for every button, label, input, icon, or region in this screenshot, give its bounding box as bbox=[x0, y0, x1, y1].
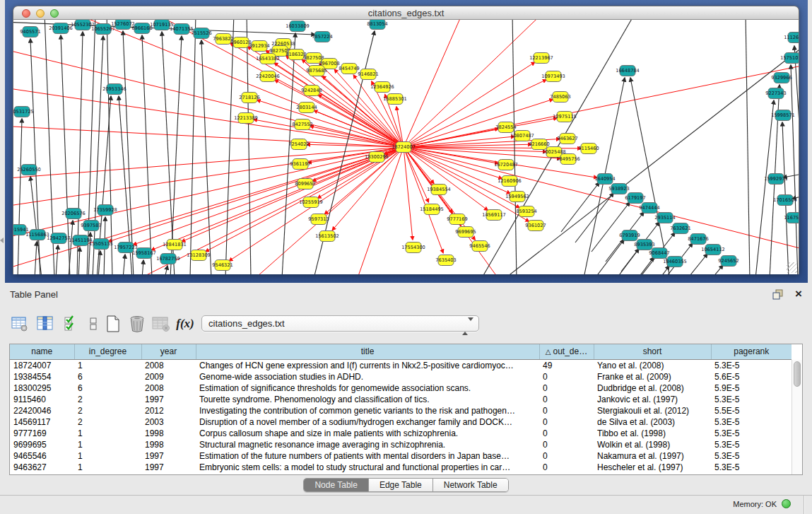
table-row[interactable]: 977716911998Corpus callosum shape and si… bbox=[10, 428, 792, 439]
cell-short[interactable]: Yano et al. (2008) bbox=[594, 359, 711, 371]
network-node[interactable]: 17554300 bbox=[401, 243, 425, 253]
cell-pagerank[interactable]: 5.3E-5 bbox=[711, 462, 792, 473]
cell-title[interactable]: Disruption of a novel member of a sodium… bbox=[196, 416, 539, 428]
network-node[interactable]: 9245652 bbox=[718, 256, 739, 267]
network-node[interactable]: 2718126 bbox=[239, 93, 259, 103]
cell-year[interactable]: 2009 bbox=[141, 371, 196, 382]
network-node[interactable]: 8935393 bbox=[634, 240, 654, 250]
cell-short[interactable]: Tibbo et al. (1998) bbox=[594, 428, 711, 439]
cell-short[interactable]: Stergiakouli et al. (2012) bbox=[594, 405, 711, 416]
network-node[interactable]: 8813054 bbox=[367, 20, 387, 30]
network-node[interactable]: 1640954 bbox=[594, 174, 615, 185]
cell-pagerank[interactable]: 5.6E-5 bbox=[711, 371, 792, 382]
table-row[interactable]: 1456911722003Disruption of a novel membe… bbox=[10, 416, 792, 428]
network-node[interactable]: 7632621 bbox=[670, 223, 690, 234]
column-header-title[interactable]: title bbox=[196, 344, 539, 359]
cell-in_degree[interactable]: 2 bbox=[74, 394, 141, 405]
network-node[interactable]: 7515526 bbox=[191, 28, 211, 39]
network-node[interactable]: 8427552 bbox=[292, 119, 312, 130]
network-node[interactable]: 7857224 bbox=[312, 32, 332, 42]
network-node[interactable]: 9115460 bbox=[578, 144, 599, 154]
column-header-out_degree[interactable]: △out_de… bbox=[539, 344, 594, 359]
table-row[interactable]: 946362711997Embryonic stem cells: a mode… bbox=[10, 462, 792, 473]
cell-title[interactable]: Investigating the contribution of common… bbox=[196, 405, 539, 416]
cell-out_degree[interactable]: 49 bbox=[539, 359, 594, 371]
column-edit-icon[interactable] bbox=[35, 314, 55, 334]
column-header-short[interactable]: short bbox=[594, 344, 711, 359]
network-canvas[interactable]: 1872400718300295193845547963822896012889… bbox=[13, 20, 799, 274]
network-node[interactable]: 13505135 bbox=[89, 239, 113, 250]
network-node[interactable]: 15998571 bbox=[771, 110, 795, 121]
network-node[interactable]: 9361197 bbox=[290, 159, 310, 170]
cell-short[interactable]: Nakamura et al. (1997) bbox=[594, 450, 711, 462]
cell-in_degree[interactable]: 2 bbox=[74, 416, 141, 428]
cell-short[interactable]: Wolkin et al. (1998) bbox=[594, 439, 711, 450]
network-node[interactable]: 17359928 bbox=[93, 205, 117, 216]
cell-out_degree[interactable]: 0 bbox=[539, 382, 594, 394]
cell-in_degree[interactable]: 1 bbox=[74, 428, 141, 439]
cell-year[interactable]: 1997 bbox=[141, 462, 196, 473]
network-graph[interactable]: 1872400718300295193845547963822896012889… bbox=[13, 20, 799, 274]
tab-network-table[interactable]: Network Table bbox=[433, 479, 508, 491]
cell-title[interactable]: Tourette syndrome. Phenomenology and cla… bbox=[196, 394, 539, 405]
network-node[interactable]: 2935114 bbox=[654, 213, 675, 223]
cell-pagerank[interactable]: 5.9E-5 bbox=[711, 382, 792, 394]
cell-year[interactable]: 2012 bbox=[141, 405, 196, 416]
network-node[interactable]: 12942757 bbox=[47, 233, 71, 244]
cell-name[interactable]: 18724007 bbox=[10, 359, 74, 371]
network-node[interactable]: 7485063 bbox=[550, 92, 570, 103]
network-node[interactable]: 10654112 bbox=[701, 245, 725, 255]
cell-in_degree[interactable]: 1 bbox=[74, 462, 141, 473]
table-row[interactable]: 1830029562008Estimation of significance … bbox=[10, 382, 792, 394]
network-node[interactable]: 10255919 bbox=[299, 197, 323, 208]
cell-name[interactable]: 14569117 bbox=[10, 416, 74, 428]
cell-year[interactable]: 1997 bbox=[141, 394, 196, 405]
cell-name[interactable]: 9777169 bbox=[10, 428, 74, 439]
cell-name[interactable]: 22420046 bbox=[10, 405, 74, 416]
network-node[interactable]: 15613502 bbox=[315, 231, 339, 242]
row-selector-icon[interactable] bbox=[83, 314, 103, 334]
network-node[interactable]: 12213967 bbox=[529, 53, 553, 64]
cell-name[interactable]: 18300295 bbox=[10, 382, 74, 394]
table-row[interactable]: 1872400712008Changes of HCN gene express… bbox=[10, 359, 792, 371]
cell-title[interactable]: Estimation of significance thresholds fo… bbox=[196, 382, 539, 394]
table-scrollbar-thumb[interactable] bbox=[794, 361, 801, 387]
cell-out_degree[interactable]: 0 bbox=[539, 428, 594, 439]
network-node[interactable]: 9699695 bbox=[455, 227, 476, 238]
network-node[interactable]: 18460355 bbox=[663, 257, 687, 267]
column-header-in_degree[interactable]: in_degree bbox=[74, 344, 141, 359]
network-node[interactable]: 6793919 bbox=[619, 230, 640, 241]
close-panel-icon[interactable]: × bbox=[795, 287, 802, 301]
cell-pagerank[interactable]: 5.3E-5 bbox=[711, 439, 792, 450]
cell-in_degree[interactable]: 6 bbox=[74, 382, 141, 394]
cell-year[interactable]: 2008 bbox=[141, 359, 196, 371]
table-row[interactable]: 969969511998Structural magnetic resonanc… bbox=[10, 439, 792, 450]
table-row[interactable]: 911546021997Tourette syndrome. Phenomeno… bbox=[10, 394, 792, 405]
network-node[interactable]: 19384554 bbox=[427, 185, 451, 195]
table-row[interactable]: 2242004622012Investigating the contribut… bbox=[10, 405, 792, 416]
network-node[interactable]: 8960128 bbox=[230, 37, 251, 48]
float-panel-icon[interactable] bbox=[772, 289, 784, 300]
table-scrollbar[interactable] bbox=[792, 360, 802, 474]
cell-title[interactable]: Corpus callosum shape and size in male p… bbox=[196, 428, 539, 439]
network-node[interactable]: 15184495 bbox=[420, 204, 444, 215]
cell-title[interactable]: Genome-wide association studies in ADHD. bbox=[196, 371, 539, 382]
network-node[interactable]: 9777169 bbox=[447, 214, 467, 225]
network-node[interactable]: 8099657 bbox=[295, 179, 315, 189]
memory-status-indicator[interactable] bbox=[782, 499, 791, 508]
select-rows-icon[interactable] bbox=[61, 314, 81, 334]
cell-in_degree[interactable]: 2 bbox=[74, 405, 141, 416]
tab-edge-table[interactable]: Edge Table bbox=[369, 479, 433, 491]
network-node[interactable]: 22420046 bbox=[256, 71, 280, 82]
network-node[interactable]: 9242848 bbox=[301, 86, 322, 96]
cell-out_degree[interactable]: 0 bbox=[539, 439, 594, 450]
network-node[interactable]: 8593254 bbox=[516, 206, 536, 217]
cell-name[interactable]: 9115460 bbox=[10, 394, 74, 405]
network-node[interactable]: 20206576 bbox=[61, 209, 86, 219]
network-node[interactable]: 12364926 bbox=[370, 82, 394, 93]
column-header-year[interactable]: year bbox=[141, 344, 196, 359]
column-header-pagerank[interactable]: pagerank bbox=[711, 344, 792, 359]
network-node[interactable]: 9361027 bbox=[525, 221, 546, 231]
network-node[interactable]: 20531725 bbox=[13, 107, 34, 117]
tab-node-table[interactable]: Node Table bbox=[304, 479, 369, 491]
